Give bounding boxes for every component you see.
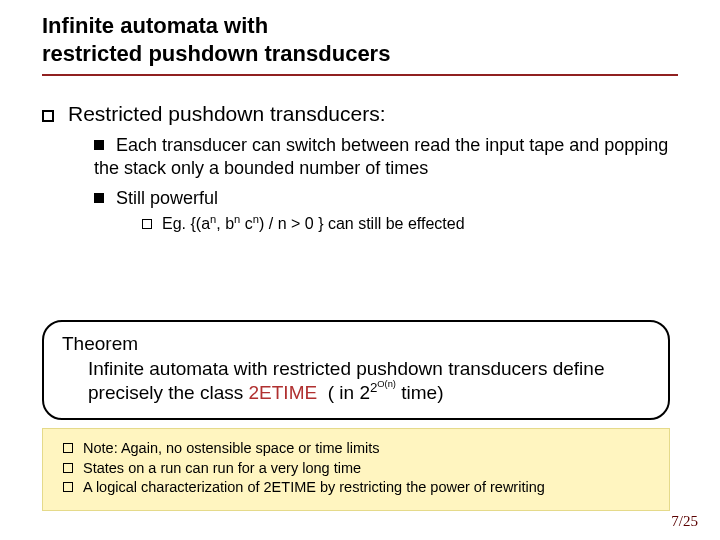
exp-outer: 2O(n) [370, 380, 396, 395]
eg-mid1: , b [216, 215, 234, 232]
theorem-body3: time) [396, 382, 444, 403]
eg-suffix: ) / n > 0 } can still be effected [259, 215, 465, 232]
note-row-3: A logical characterization of 2ETIME by … [85, 478, 655, 498]
bullet-open-small-icon [63, 463, 73, 473]
section-heading-row: Restricted pushdown transducers: [42, 102, 678, 126]
slide-title: Infinite automata with restricted pushdo… [42, 12, 642, 67]
bullet-filled-icon [94, 140, 104, 150]
note-row-2: States on a run can run for a very long … [85, 459, 655, 479]
section-heading: Restricted pushdown transducers: [68, 102, 386, 125]
eg-mid2: c [240, 215, 252, 232]
bullet-open-small-icon [63, 443, 73, 453]
title-line1: Infinite automata with [42, 13, 268, 38]
exp-inner: O(n) [377, 379, 396, 389]
theorem-body: Infinite automata with restricted pushdo… [88, 357, 650, 406]
bullet1-text: Each transducer can switch between read … [94, 135, 668, 178]
example-line: Eg. {(an, bn cn) / n > 0 } can still be … [142, 214, 678, 235]
note-row-1: Note: Again, no ostensible space or time… [85, 439, 655, 459]
theorem-label: Theorem [62, 332, 650, 357]
note2-text: States on a run can run for a very long … [83, 460, 361, 476]
sub-bullet-2: Still powerful [94, 187, 678, 210]
theorem-box: Theorem Infinite automata with restricte… [42, 320, 670, 420]
etime-label: 2ETIME [249, 382, 318, 403]
title-line2: restricted pushdown transducers [42, 41, 390, 66]
bullet2-text: Still powerful [116, 188, 218, 208]
bullet-open-small-icon [142, 219, 152, 229]
slide: Infinite automata with restricted pushdo… [0, 0, 720, 540]
note3-text: A logical characterization of 2ETIME by … [83, 479, 545, 495]
title-underline [42, 74, 678, 76]
notes-box: Note: Again, no ostensible space or time… [42, 428, 670, 511]
page-number: 7/25 [671, 513, 698, 530]
sub-bullet-1: Each transducer can switch between read … [94, 134, 678, 179]
bullet-open-small-icon [63, 482, 73, 492]
eg-prefix: Eg. {(a [162, 215, 210, 232]
main-content: Restricted pushdown transducers: Each tr… [42, 102, 678, 234]
theorem-body2: ( in 2 [328, 382, 370, 403]
note1-text: Note: Again, no ostensible space or time… [83, 440, 380, 456]
bullet-filled-icon [94, 193, 104, 203]
bullet-open-icon [42, 110, 54, 122]
